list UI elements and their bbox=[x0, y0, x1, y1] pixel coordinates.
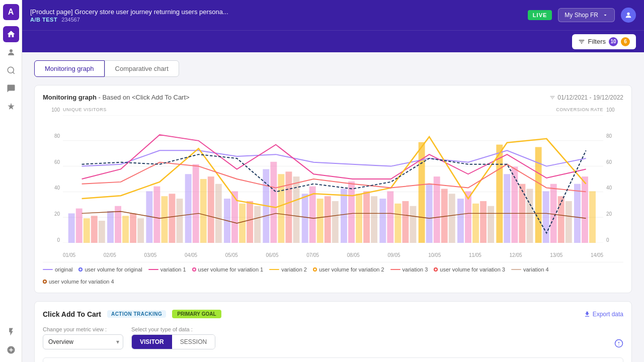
test-id: 234567 bbox=[61, 17, 80, 23]
sidebar-icon-audience[interactable] bbox=[3, 44, 19, 60]
legend-user-vol-variation-1: user volume for variation 1 bbox=[192, 266, 264, 273]
svg-rect-17 bbox=[130, 213, 136, 243]
filter-count-badge: 10 bbox=[609, 37, 618, 46]
chart-date-range: 01/12/2021 - 19/12/2022 bbox=[549, 94, 623, 101]
svg-rect-42 bbox=[325, 196, 331, 243]
chevron-down-icon bbox=[602, 12, 608, 18]
svg-rect-74 bbox=[574, 184, 581, 243]
svg-rect-53 bbox=[410, 206, 417, 243]
metric-controls: Change your metric view : Overview Selec… bbox=[43, 326, 623, 349]
legend-variation-2: variation 2 bbox=[269, 266, 307, 273]
svg-rect-27 bbox=[208, 176, 214, 243]
svg-rect-25 bbox=[193, 164, 199, 243]
sidebar-logo[interactable]: A bbox=[3, 4, 19, 20]
svg-rect-58 bbox=[449, 194, 455, 243]
live-badge: LIVE bbox=[528, 10, 552, 20]
svg-rect-68 bbox=[526, 189, 533, 243]
legend-variation-4: variation 4 bbox=[511, 266, 549, 273]
chart-area: UNIQUE VISITORS CONVERSION RATE 100 80 6… bbox=[43, 107, 623, 258]
chart-title: Monitoring graph - Based on <Click Add T… bbox=[43, 94, 190, 101]
sub-header: Filters 10 6 bbox=[22, 30, 644, 52]
filter-date-icon bbox=[549, 95, 555, 101]
svg-rect-76 bbox=[589, 191, 596, 243]
svg-rect-61 bbox=[472, 204, 479, 243]
filters-button[interactable]: Filters 10 6 bbox=[572, 34, 636, 49]
shop-selector[interactable]: My Shop FR bbox=[558, 8, 615, 22]
sidebar-icon-messages[interactable] bbox=[3, 80, 19, 97]
export-button[interactable]: Export data bbox=[584, 311, 623, 318]
svg-rect-10 bbox=[76, 209, 83, 243]
reporting-assistant-bar: Reporting assistant available for this g… bbox=[43, 357, 623, 362]
visitor-button[interactable]: VISITOR bbox=[132, 335, 172, 349]
action-header: Click Add To Cart ACTION TRACKING PRIMAR… bbox=[43, 310, 623, 318]
svg-rect-59 bbox=[457, 199, 464, 243]
legend-variation-1: variation 1 bbox=[148, 266, 186, 273]
metric-view-select-wrapper: Overview bbox=[43, 334, 123, 349]
tab-comparative[interactable]: Comparative chart bbox=[105, 60, 179, 77]
export-icon bbox=[584, 311, 591, 318]
chart-tabs: Monitoring graph Comparative chart bbox=[34, 60, 632, 77]
svg-rect-75 bbox=[582, 176, 588, 243]
y-axis-left: 100 80 60 40 20 0 bbox=[43, 107, 63, 243]
chart-section: Monitoring graph - Based on <Click Add T… bbox=[34, 85, 632, 293]
user-avatar[interactable] bbox=[621, 8, 636, 23]
svg-rect-14 bbox=[107, 211, 114, 243]
page-title: [Product page] Grocery store user journe… bbox=[30, 8, 228, 16]
metric-view-label: Change your metric view : bbox=[43, 326, 123, 332]
svg-rect-55 bbox=[426, 184, 433, 243]
svg-rect-63 bbox=[488, 206, 494, 243]
sidebar-icon-home[interactable] bbox=[3, 26, 19, 42]
svg-rect-12 bbox=[91, 216, 98, 243]
svg-rect-20 bbox=[153, 187, 160, 243]
header-left: [Product page] Grocery store user journe… bbox=[30, 8, 228, 23]
data-type-label: Select your type of data : bbox=[131, 326, 215, 332]
svg-rect-22 bbox=[169, 194, 176, 243]
svg-point-79 bbox=[618, 344, 619, 345]
svg-rect-23 bbox=[177, 199, 183, 243]
header-subtitle: A/B TEST 234567 bbox=[30, 17, 228, 23]
metric-view-group: Change your metric view : Overview bbox=[43, 326, 123, 349]
x-axis-labels: 01/05 02/05 03/05 04/05 05/05 06/05 07/0… bbox=[63, 252, 603, 258]
svg-rect-24 bbox=[185, 174, 192, 243]
ab-test-badge: A/B TEST bbox=[30, 17, 57, 23]
svg-rect-39 bbox=[302, 194, 308, 243]
session-button[interactable]: SESSION bbox=[172, 335, 215, 349]
metric-view-select[interactable]: Overview bbox=[43, 334, 123, 349]
sidebar: A bbox=[0, 0, 22, 362]
primary-goal-badge: PRIMARY GOAL bbox=[172, 310, 221, 318]
legend-user-vol-variation-4: user volume for variation 4 bbox=[43, 279, 114, 285]
svg-rect-37 bbox=[285, 171, 292, 243]
svg-rect-35 bbox=[270, 162, 277, 243]
top-header: [Product page] Grocery store user journe… bbox=[22, 0, 644, 30]
data-type-group: Select your type of data : VISITOR SESSI… bbox=[131, 326, 215, 349]
sidebar-icon-add[interactable] bbox=[3, 342, 19, 358]
svg-rect-32 bbox=[247, 201, 253, 243]
header-right: LIVE My Shop FR bbox=[528, 8, 636, 23]
svg-rect-18 bbox=[137, 218, 144, 243]
legend-original: original bbox=[43, 266, 72, 273]
svg-rect-16 bbox=[122, 216, 129, 243]
y-left-label: UNIQUE VISITORS bbox=[63, 107, 107, 112]
sidebar-icon-results[interactable] bbox=[3, 62, 19, 78]
svg-rect-72 bbox=[558, 196, 565, 243]
svg-rect-9 bbox=[68, 213, 75, 243]
sidebar-icon-integrations[interactable] bbox=[3, 324, 19, 340]
svg-rect-13 bbox=[99, 221, 105, 243]
action-title: Click Add To Cart bbox=[43, 310, 101, 318]
svg-rect-69 bbox=[535, 147, 542, 243]
content-area: Monitoring graph Comparative chart Monit… bbox=[22, 52, 644, 362]
tab-monitoring[interactable]: Monitoring graph bbox=[34, 60, 105, 77]
chart-svg-container bbox=[63, 115, 603, 243]
chart-legend: original user volume for original variat… bbox=[43, 262, 623, 285]
sidebar-icon-ai[interactable] bbox=[3, 99, 19, 115]
svg-rect-30 bbox=[231, 191, 238, 243]
svg-rect-62 bbox=[480, 201, 487, 243]
legend-user-vol-original: user volume for original bbox=[78, 266, 142, 273]
legend-variation-3: variation 3 bbox=[390, 266, 428, 273]
svg-rect-33 bbox=[254, 206, 261, 243]
svg-rect-48 bbox=[371, 196, 377, 243]
svg-rect-50 bbox=[387, 191, 393, 243]
svg-rect-70 bbox=[543, 191, 549, 243]
svg-rect-47 bbox=[363, 191, 370, 243]
svg-rect-45 bbox=[348, 182, 355, 243]
